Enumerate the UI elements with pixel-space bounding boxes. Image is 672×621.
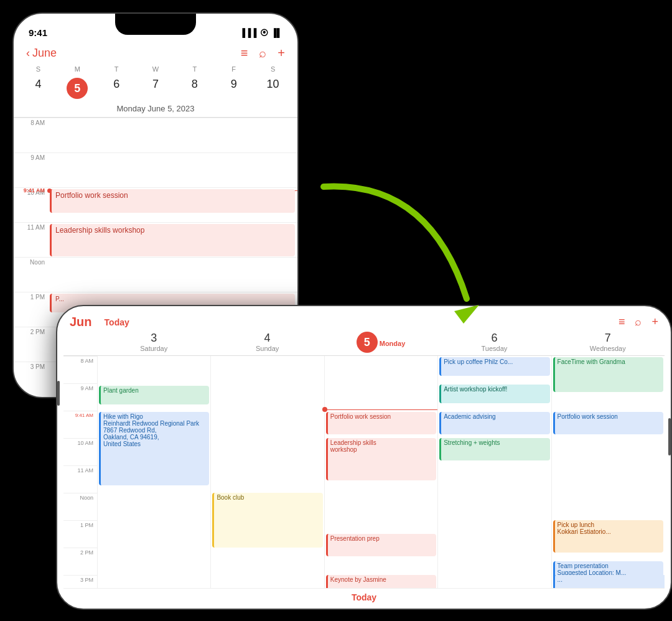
col-header-wed[interactable]: 7 Wednesday — [551, 332, 665, 353]
event-mon-leadership-title: Leadership skillsworkshop — [330, 439, 376, 453]
time-slot-11am: 11 AM Leadership skills workshop — [14, 222, 297, 257]
weekday-f: F — [214, 65, 253, 73]
event-mon-keynote[interactable]: Keynote by Jasmine — [326, 575, 436, 588]
event-portfolio-title: Portfolio work session — [55, 191, 128, 200]
col-date-6: 6 — [437, 332, 551, 345]
tl-3pm: 3 PM — [63, 575, 97, 588]
wifi-icon: ⦿ — [260, 28, 268, 37]
day-col-tue: Pick up coffee Philz Co... Artist worksh… — [437, 356, 551, 588]
col-header-sun[interactable]: 4 Sunday — [210, 332, 324, 353]
event-tue-academic-title: Academic advising — [444, 413, 495, 420]
weekday-t: T — [97, 65, 136, 73]
day-col-wed: FaceTime with Grandma Portfolio work ses… — [551, 356, 665, 588]
ls-today-btn[interactable]: Today — [352, 592, 376, 602]
event-tue-stretching[interactable]: Stretching + weights — [439, 438, 549, 460]
col-dayname-sat: Saturday — [140, 345, 167, 352]
event-mon-keynote-title: Keynote by Jasmine — [330, 576, 386, 583]
col-date-4: 4 — [210, 332, 324, 345]
weekday-m: M — [58, 65, 97, 73]
col-header-sat[interactable]: 3 Saturday — [97, 332, 210, 353]
date-label: Monday June 5, 2023 — [14, 104, 297, 118]
event-wed-partial[interactable]: ... — [553, 575, 665, 588]
event-plant-garden[interactable]: Plant garden — [99, 386, 209, 404]
event-tue-coffee[interactable]: Pick up coffee Philz Co... — [439, 357, 549, 376]
time-slot-10am: 10 AM Portfolio work session — [14, 187, 297, 222]
event-leadership-title: Leadership skills workshop — [55, 226, 144, 235]
time-slot-9am: 9 AM — [14, 152, 297, 187]
side-button-left — [57, 381, 60, 406]
cal-nav-icons: ≡ ⌕ + — [618, 315, 658, 329]
date-9[interactable]: 9 — [214, 75, 253, 101]
tl-941am: 9:41 AM — [63, 411, 97, 438]
event-tue-academic[interactable]: Academic advising — [439, 412, 549, 434]
week-dates: 4 5 6 7 8 9 10 — [14, 74, 297, 104]
event-mon-leadership[interactable]: Leadership skillsworkshop — [326, 438, 436, 480]
event-hike-rigo[interactable]: Hike with RigoReinhardt Redwood Regional… — [99, 412, 209, 485]
notch — [115, 14, 196, 35]
tl-11am: 11 AM — [63, 465, 97, 493]
tl-9am: 9 AM — [63, 383, 97, 411]
time-3pm: 3 PM — [14, 362, 49, 370]
col-header-mon[interactable]: 5 Monday — [324, 332, 437, 353]
event-wed-lunch-title: Pick up lunchKokkari Estiatorio... — [558, 521, 611, 535]
event-wed-lunch[interactable]: Pick up lunchKokkari Estiatorio... — [553, 520, 663, 553]
event-wed-facetime-title: FaceTime with Grandma — [558, 358, 625, 365]
time-noon: Noon — [14, 258, 49, 266]
time-1pm: 1 PM — [14, 292, 49, 301]
col-date-5: 5 — [357, 332, 378, 353]
date-10[interactable]: 10 — [253, 75, 292, 101]
time-9am: 9 AM — [14, 153, 49, 161]
event-mon-presentation[interactable]: Presentation prep — [326, 534, 436, 556]
date-8[interactable]: 8 — [175, 75, 214, 101]
col-dayname-wed: Wednesday — [590, 345, 626, 352]
date-6[interactable]: 6 — [97, 75, 136, 101]
today-button[interactable]: Today — [105, 317, 129, 327]
time-8am: 8 AM — [14, 118, 49, 126]
day-col-tue-inner: Pick up coffee Philz Co... Artist worksh… — [438, 356, 551, 588]
add-icon[interactable]: + — [278, 46, 285, 60]
side-button-right — [668, 418, 671, 455]
event-hike-rigo-title: Hike with RigoReinhardt Redwood Regional… — [103, 413, 199, 447]
event-book-club[interactable]: Book club — [212, 493, 322, 548]
tl-1pm: 1 PM — [63, 520, 97, 548]
tl-2pm: 2 PM — [63, 548, 97, 575]
col-date-7: 7 — [551, 332, 665, 345]
date-7[interactable]: 7 — [136, 75, 175, 101]
event-mon-presentation-title: Presentation prep — [330, 535, 380, 542]
day-col-wed-inner: FaceTime with Grandma Portfolio work ses… — [552, 356, 665, 588]
event-wed-facetime[interactable]: FaceTime with Grandma — [553, 357, 663, 392]
event-tue-artist-title: Artist workshop kickoff! — [444, 386, 507, 393]
date-4[interactable]: 4 — [19, 75, 58, 101]
weekday-w: W — [136, 65, 175, 73]
chevron-left-icon: ‹ — [26, 47, 30, 60]
event-wed-partial-title: ... — [558, 576, 562, 583]
event-book-club-title: Book club — [217, 494, 244, 501]
event-wed-team-title: Team presentationSuggested Location: M..… — [558, 563, 627, 576]
tl-10am: 10 AM — [63, 438, 97, 465]
search-icon[interactable]: ⌕ — [259, 46, 266, 60]
event-leadership[interactable]: Leadership skills workshop — [50, 224, 295, 256]
col-header-tue[interactable]: 6 Tuesday — [437, 332, 551, 353]
tl-8am: 8 AM — [63, 356, 97, 383]
back-button[interactable]: ‹ June — [26, 47, 57, 60]
event-tue-artist[interactable]: Artist workshop kickoff! — [439, 385, 549, 403]
add-icon-ls[interactable]: + — [651, 315, 658, 329]
time-column: 8 AM 9 AM 9:41 AM 10 AM 11 AM Noon 1 PM … — [63, 356, 97, 588]
list-icon[interactable]: ≡ — [241, 46, 248, 60]
col-dayname-sun: Sunday — [256, 345, 279, 352]
time-slot-noon: Noon — [14, 257, 297, 292]
status-time: 9:41 — [29, 27, 47, 38]
date-5[interactable]: 5 — [58, 75, 97, 101]
event-wed-portfolio-title: Portfolio work session — [558, 413, 618, 420]
event-mon-portfolio-title: Portfolio work session — [330, 413, 391, 420]
cal-grid: 8 AM 9 AM 9:41 AM 10 AM 11 AM Noon 1 PM … — [63, 356, 665, 588]
list-icon-ls[interactable]: ≡ — [618, 315, 625, 329]
time-2pm: 2 PM — [14, 327, 49, 335]
tl-noon: Noon — [63, 493, 97, 520]
event-mon-portfolio[interactable]: Portfolio work session — [326, 412, 436, 434]
event-tue-stretching-title: Stretching + weights — [444, 439, 500, 446]
event-wed-portfolio[interactable]: Portfolio work session — [553, 412, 663, 434]
col-date-3: 3 — [97, 332, 210, 345]
search-icon-ls[interactable]: ⌕ — [635, 315, 642, 329]
event-portfolio[interactable]: Portfolio work session — [50, 189, 295, 213]
